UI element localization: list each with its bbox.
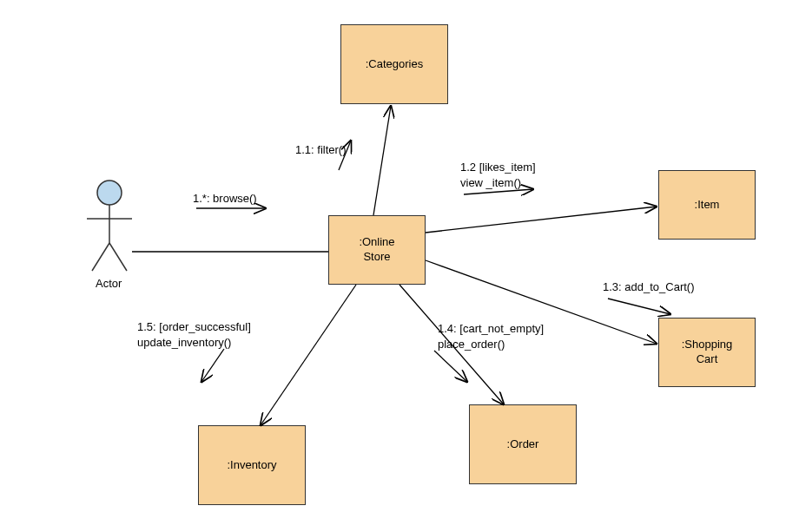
svg-line-3 <box>109 243 127 271</box>
actor-head-icon <box>97 181 122 205</box>
node-item-label: :Item <box>695 198 720 213</box>
msg-view-item: 1.2 [likes_item] view _item() <box>460 160 536 190</box>
node-order: :Order <box>469 404 577 484</box>
actor-label: Actor <box>96 276 122 292</box>
svg-line-2 <box>92 243 109 271</box>
msg-view-item-l2: view _item() <box>460 176 521 189</box>
node-online-store-label: :OnlineStore <box>359 235 394 265</box>
msg-browse: 1.*: browse() <box>193 191 257 207</box>
node-categories: :Categories <box>340 24 448 104</box>
dir-update-inventory <box>201 349 224 382</box>
dir-add-to-cart <box>608 299 670 314</box>
node-categories-label: :Categories <box>366 57 423 72</box>
msg-place-order-l1: 1.4: [cart_not_empty] <box>438 322 544 335</box>
dir-place-order <box>434 351 467 382</box>
msg-place-order-l2: place_order() <box>438 338 505 351</box>
node-online-store: :OnlineStore <box>328 215 426 285</box>
msg-view-item-l1: 1.2 [likes_item] <box>460 161 536 174</box>
node-item: :Item <box>658 170 756 240</box>
msg-add-to-cart: 1.3: add_to_Cart() <box>603 279 695 295</box>
node-inventory: :Inventory <box>198 425 306 505</box>
node-shopping-cart: :ShoppingCart <box>658 318 756 387</box>
node-shopping-cart-label: :ShoppingCart <box>682 338 733 367</box>
node-inventory-label: :Inventory <box>227 458 276 473</box>
msg-update-inventory-l2: update_inventory() <box>137 336 231 349</box>
msg-place-order: 1.4: [cart_not_empty] place_order() <box>438 321 544 351</box>
link-online-store-inventory <box>261 285 356 425</box>
link-online-store-item <box>426 207 657 233</box>
msg-update-inventory-l1: 1.5: [order_successful] <box>137 320 251 333</box>
node-order-label: :Order <box>507 437 539 452</box>
msg-filter: 1.1: filter() <box>295 142 347 158</box>
link-online-store-categories <box>373 106 391 215</box>
msg-update-inventory: 1.5: [order_successful] update_inventory… <box>137 319 251 350</box>
